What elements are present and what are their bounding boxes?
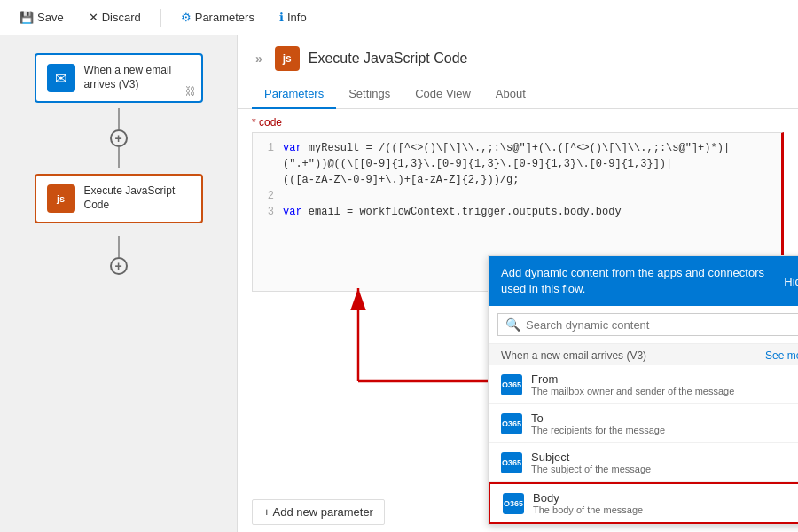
see-more-link[interactable]: See more bbox=[765, 349, 798, 362]
info-label: Info bbox=[287, 11, 307, 24]
popup-section-header: When a new email arrives (V3) See more bbox=[489, 344, 798, 365]
main-layout: ✉ When a new email arrives (V3) ⛓ + js E… bbox=[0, 35, 798, 532]
body-desc: The body of the message bbox=[533, 505, 643, 515]
section-title: When a new email arrives (V3) bbox=[501, 349, 646, 362]
item-subject[interactable]: O365 Subject The subject of the message bbox=[489, 443, 798, 482]
parameters-button[interactable]: ⚙ Parameters bbox=[176, 7, 260, 27]
to-name: To bbox=[531, 411, 665, 425]
from-desc: The mailbox owner and sender of the mess… bbox=[531, 386, 734, 396]
left-panel: ✉ When a new email arrives (V3) ⛓ + js E… bbox=[0, 35, 238, 532]
tab-parameters[interactable]: Parameters bbox=[252, 80, 336, 109]
add-param-button[interactable]: + Add new parameter bbox=[252, 499, 385, 525]
from-icon: O365 bbox=[501, 374, 522, 395]
js-code-label: Execute JavaScript Code bbox=[84, 184, 191, 212]
discard-button[interactable]: ✕ Discard bbox=[83, 7, 146, 27]
item-body[interactable]: O365 Body The body of the message bbox=[489, 482, 798, 524]
discard-label: Discard bbox=[102, 11, 141, 24]
popup-items: O365 From The mailbox owner and sender o… bbox=[489, 365, 798, 524]
add-step-button-1[interactable]: + bbox=[110, 129, 128, 147]
connector-line-3 bbox=[118, 236, 120, 257]
item-from[interactable]: O365 From The mailbox owner and sender o… bbox=[489, 365, 798, 404]
connector-1: + bbox=[110, 103, 128, 174]
connector-line-2 bbox=[118, 147, 120, 168]
right-panel: » js Execute JavaScript Code Parameters … bbox=[238, 35, 798, 532]
code-line-1: 1 var myResult = /(([^<>()\[\]\\.,;:\s@"… bbox=[260, 140, 774, 172]
js-code-node[interactable]: js Execute JavaScript Code bbox=[35, 174, 203, 223]
discard-icon: ✕ bbox=[89, 11, 98, 24]
tab-settings[interactable]: Settings bbox=[336, 80, 403, 109]
required-star: * bbox=[252, 116, 259, 129]
info-icon: ℹ bbox=[279, 11, 284, 24]
save-button[interactable]: 💾 Save bbox=[14, 7, 69, 27]
save-icon: 💾 bbox=[20, 11, 34, 24]
email-trigger-node[interactable]: ✉ When a new email arrives (V3) ⛓ bbox=[35, 53, 203, 103]
popup-header: Add dynamic content from the apps and co… bbox=[489, 256, 798, 306]
separator bbox=[160, 9, 161, 27]
email-trigger-label: When a new email arrives (V3) bbox=[84, 64, 191, 91]
rp-title-icon: js bbox=[275, 46, 300, 71]
email-trigger-icon: ✉ bbox=[47, 64, 75, 92]
parameters-icon: ⚙ bbox=[181, 11, 192, 24]
connector-2: + bbox=[110, 231, 128, 280]
to-icon: O365 bbox=[501, 413, 522, 434]
subject-name: Subject bbox=[531, 450, 651, 464]
expand-button[interactable]: » bbox=[252, 50, 266, 67]
connector-line-1 bbox=[118, 108, 120, 129]
tabs: Parameters Settings Code View About bbox=[238, 80, 798, 109]
tab-code-view[interactable]: Code View bbox=[403, 80, 483, 109]
code-line-3: 3 var email = workflowContext.trigger.ou… bbox=[260, 204, 774, 220]
hide-button[interactable]: Hide bbox=[780, 275, 798, 288]
search-input[interactable] bbox=[526, 318, 798, 332]
toolbar: 💾 Save ✕ Discard ⚙ Parameters ℹ Info bbox=[0, 0, 798, 35]
add-param-label: + Add new parameter bbox=[263, 505, 373, 519]
rp-title: Execute JavaScript Code bbox=[309, 51, 468, 66]
tab-about[interactable]: About bbox=[483, 80, 538, 109]
body-name: Body bbox=[533, 491, 643, 505]
code-line-2: 2 bbox=[260, 188, 774, 204]
from-name: From bbox=[531, 372, 734, 386]
to-desc: The recipients for the message bbox=[531, 425, 665, 435]
body-icon: O365 bbox=[503, 493, 524, 514]
add-step-button-2[interactable]: + bbox=[110, 257, 128, 275]
js-code-icon: js bbox=[47, 184, 75, 213]
item-to[interactable]: O365 To The recipients for the message bbox=[489, 404, 798, 443]
save-label: Save bbox=[37, 11, 64, 24]
subject-desc: The subject of the message bbox=[531, 464, 651, 474]
parameters-label: Parameters bbox=[195, 11, 254, 24]
popup-search-area: 🔍 bbox=[489, 306, 798, 344]
search-icon: 🔍 bbox=[505, 317, 520, 332]
link-icon: ⛓ bbox=[185, 85, 196, 98]
popup-header-text: Add dynamic content from the apps and co… bbox=[501, 265, 780, 297]
info-button[interactable]: ℹ Info bbox=[274, 7, 312, 27]
code-line-1b: (([a-zA-Z\-0-9]+\.)+[a-zA-Z]{2,}))/g; bbox=[283, 172, 774, 188]
subject-icon: O365 bbox=[501, 452, 522, 473]
code-label: * code bbox=[252, 116, 784, 129]
dynamic-content-popup: Add dynamic content from the apps and co… bbox=[488, 255, 798, 525]
rp-header: » js Execute JavaScript Code bbox=[238, 35, 798, 71]
